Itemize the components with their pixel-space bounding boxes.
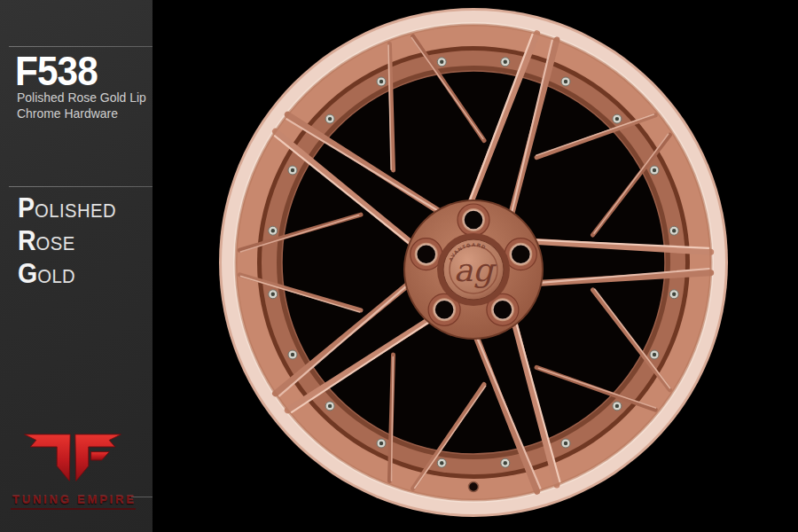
rivet-center [379, 80, 383, 83]
brand-line [131, 497, 153, 497]
wheel-image: AVANTGARDE ag [207, 0, 739, 528]
rivet-center [504, 461, 507, 465]
rivet-center [291, 168, 294, 172]
rivet-center [653, 168, 656, 172]
lug-hole [434, 300, 454, 319]
rivet-center [615, 404, 619, 408]
rivet-center [271, 293, 275, 296]
rivet-center [379, 442, 383, 445]
rivet-center [328, 404, 332, 408]
finish-initial: R [18, 224, 36, 257]
rivet-center [653, 353, 656, 356]
rivet-center [291, 353, 294, 356]
center-cap-logo: ag [454, 252, 497, 288]
rivet-center [440, 461, 443, 465]
rivet-center [564, 442, 567, 445]
rivet-center [440, 60, 443, 64]
brand-underline [11, 508, 136, 510]
finish-rest: OLISHED [35, 200, 116, 223]
finish-word-rose: ROSE [18, 224, 116, 257]
rivet-center [504, 60, 507, 64]
rivet-center [564, 80, 567, 83]
info-panel: F538 Polished Rose Gold Lip Chrome Hardw… [0, 0, 153, 532]
finish-word-polished: POLISHED [18, 192, 116, 224]
lug-hole [417, 245, 436, 264]
model-title: F538 [15, 50, 98, 91]
brand-name: TUNING EMPIRE [12, 493, 137, 506]
rivet-center [271, 229, 275, 232]
finish-rest: OLD [37, 265, 75, 288]
lug-hole [493, 300, 512, 319]
finish-initial: P [18, 192, 35, 224]
panel-divider-mid [9, 186, 153, 187]
valve-hole [469, 482, 479, 492]
finish-rest: OSE [36, 232, 75, 255]
rivet-center [328, 117, 332, 121]
finish-label: POLISHED ROSE GOLD [18, 192, 125, 290]
finish-initial: G [18, 257, 37, 290]
rivet-center [615, 117, 619, 121]
wheel-graphic: AVANTGARDE ag [207, 0, 739, 528]
lug-hole [511, 245, 530, 264]
finish-word-gold: GOLD [18, 257, 116, 290]
model-subtitle-line2: Chrome Hardware [17, 106, 146, 121]
model-subtitle-line1: Polished Rose Gold Lip [17, 90, 146, 106]
lug-hole [464, 210, 483, 230]
rivet-center [672, 293, 676, 296]
rivet-center [672, 229, 676, 232]
jf-logo-icon [21, 433, 124, 486]
model-subtitle: Polished Rose Gold Lip Chrome Hardware [17, 90, 146, 121]
